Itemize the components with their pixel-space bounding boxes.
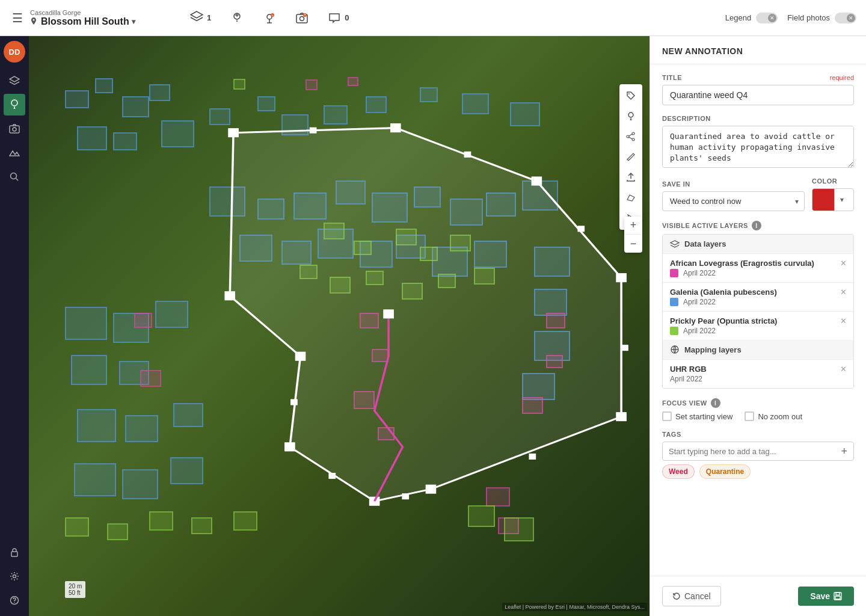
map-zoom-controls: + −: [624, 217, 642, 253]
save-button[interactable]: Save: [798, 587, 854, 606]
no-zoom-out-label: No zoom out: [758, 412, 802, 421]
svg-point-6: [300, 16, 304, 20]
no-zoom-out-checkbox-row[interactable]: No zoom out: [745, 411, 802, 421]
title-input[interactable]: [662, 85, 854, 105]
scale-50ft: 50 ft: [69, 590, 82, 596]
description-field-group: DESCRIPTION Quarantined area to avoid ca…: [662, 115, 854, 168]
layer-galenia-color-dot: [670, 298, 678, 306]
legend-toggle-x-icon: ✕: [768, 14, 776, 22]
main-layout: DD: [0, 36, 866, 616]
upload-tool-button[interactable]: [622, 168, 640, 186]
layer-item-uhr-rgb: UHR RGB April 2022 ×: [663, 359, 853, 388]
sidebar-item-help[interactable]: [4, 590, 25, 611]
color-label: COLOR: [812, 177, 854, 185]
svg-marker-17: [230, 128, 621, 502]
set-starting-view-checkbox[interactable]: [662, 411, 672, 421]
svg-rect-24: [369, 497, 379, 505]
location-tool-button[interactable]: [622, 107, 640, 125]
svg-point-38: [628, 112, 633, 117]
tag-weed[interactable]: Weed: [662, 464, 695, 479]
sidebar-item-search[interactable]: [4, 166, 25, 188]
layers-tool-button[interactable]: 1: [185, 8, 216, 27]
set-starting-view-checkbox-row[interactable]: Set starting view: [662, 411, 732, 421]
svg-point-16: [14, 602, 14, 603]
map-background: + − 20 m 50 ft Leaflet | Powered by Esri…: [29, 36, 650, 616]
map-container[interactable]: + − 20 m 50 ft Leaflet | Powered by Esri…: [29, 36, 650, 616]
tags-row: Weed Quarantine: [662, 464, 854, 479]
svg-rect-13: [11, 552, 17, 556]
panel-body: TITLE required DESCRIPTION Quarantined a…: [650, 64, 866, 488]
panel-title: NEW ANNOTATION: [662, 46, 743, 56]
svg-point-40: [627, 135, 629, 138]
layer-african-lovegrass-sub: April 2022: [670, 269, 814, 277]
sidebar-item-layers[interactable]: [4, 70, 25, 91]
mapping-layers-header: Mapping layers: [663, 340, 853, 359]
legend-toggle[interactable]: ✕: [756, 13, 778, 23]
left-sidebar: DD: [0, 36, 29, 616]
add-annotation-button[interactable]: [226, 9, 248, 27]
cancel-button[interactable]: Cancel: [662, 586, 721, 606]
title-field-label: TITLE: [662, 74, 682, 81]
layer-prickly-pear-remove-button[interactable]: ×: [841, 316, 846, 326]
sidebar-item-lock[interactable]: [4, 541, 25, 563]
svg-rect-27: [225, 292, 235, 300]
svg-rect-22: [616, 413, 626, 421]
map-attribution: Leaflet | Powered by Esri | Maxar, Micro…: [502, 603, 647, 611]
right-panel: NEW ANNOTATION TITLE required DESCRIPTIO…: [650, 36, 866, 616]
location-name: Blossom Hill South ▾: [30, 16, 135, 27]
comments-tool-button[interactable]: 0: [323, 9, 354, 27]
no-zoom-out-checkbox[interactable]: [745, 411, 754, 421]
color-selector[interactable]: ▾: [812, 188, 854, 211]
svg-rect-34: [328, 473, 336, 479]
layer-prickly-pear-name: Prickly Pear (Opuntia stricta): [670, 316, 777, 325]
save-color-row: SAVE IN Weed to control now ▾ COLOR ▾: [662, 177, 854, 211]
location-info: Cascadilla Gorge Blossom Hill South ▾: [30, 9, 135, 27]
sidebar-item-terrain[interactable]: [4, 142, 25, 164]
zoom-out-button[interactable]: −: [624, 235, 642, 253]
layer-item-prickly-pear: Prickly Pear (Opuntia stricta) April 202…: [663, 311, 853, 340]
tags-add-button[interactable]: +: [841, 446, 847, 457]
focus-view-field-group: FOCUS VIEW i Set starting view No zoom o…: [662, 398, 854, 421]
location-chevron-icon[interactable]: ▾: [132, 17, 135, 26]
focus-view-section-header: FOCUS VIEW i: [662, 398, 854, 408]
map-patches: [29, 36, 650, 616]
sidebar-item-settings[interactable]: [4, 565, 25, 587]
photo-tool-button[interactable]: +: [290, 9, 313, 27]
layer-uhr-rgb-remove-button[interactable]: ×: [841, 365, 846, 374]
active-layers-section-header: VISIBLE ACTIVE LAYERS i: [662, 221, 854, 230]
field-photos-toggle[interactable]: ✕: [835, 13, 856, 23]
layer-african-lovegrass-name: African Lovegrass (Eragrostis curvula): [670, 259, 814, 268]
svg-rect-18: [229, 129, 238, 137]
mapping-layers-icon: [670, 345, 680, 354]
tag-tool-button[interactable]: [622, 87, 640, 105]
layer-african-lovegrass-remove-button[interactable]: ×: [841, 259, 846, 268]
layer-galenia-sub: April 2022: [670, 298, 777, 306]
legend-toggle-row: Legend ✕: [725, 13, 778, 23]
save-in-select[interactable]: Weed to control now: [662, 191, 805, 211]
waypoint-tool-button[interactable]: +: [258, 9, 281, 27]
tag-quarantine[interactable]: Quarantine: [699, 464, 751, 479]
zoom-in-button[interactable]: +: [624, 217, 642, 235]
svg-rect-35: [290, 399, 298, 405]
save-in-select-wrapper: Weed to control now ▾: [662, 191, 805, 211]
menu-icon[interactable]: ☰: [10, 8, 25, 28]
description-input[interactable]: Quarantined area to avoid cattle or huma…: [662, 126, 854, 168]
polygon-tool-button[interactable]: [622, 189, 640, 207]
layer-african-lovegrass-info: African Lovegrass (Eragrostis curvula) A…: [670, 259, 814, 277]
active-layers-info-icon[interactable]: i: [752, 221, 761, 230]
sidebar-item-photos[interactable]: [4, 118, 25, 140]
active-layers-label: VISIBLE ACTIVE LAYERS: [662, 222, 748, 229]
data-layers-label: Data layers: [684, 239, 726, 248]
layer-item-african-lovegrass: African Lovegrass (Eragrostis curvula) A…: [663, 253, 853, 282]
active-layers-field-group: VISIBLE ACTIVE LAYERS i Data layers: [662, 221, 854, 389]
sidebar-item-annotations[interactable]: [4, 94, 25, 116]
svg-rect-19: [391, 124, 401, 132]
map-toolbar: [619, 84, 642, 230]
topbar: ☰ Cascadilla Gorge Blossom Hill South ▾ …: [0, 0, 866, 36]
focus-view-info-icon[interactable]: i: [711, 398, 720, 408]
share-tool-button[interactable]: [622, 128, 640, 146]
photo-icon: +: [295, 11, 309, 25]
layer-galenia-remove-button[interactable]: ×: [841, 288, 846, 297]
edit-tool-button[interactable]: [622, 148, 640, 166]
tags-input[interactable]: [669, 447, 837, 456]
